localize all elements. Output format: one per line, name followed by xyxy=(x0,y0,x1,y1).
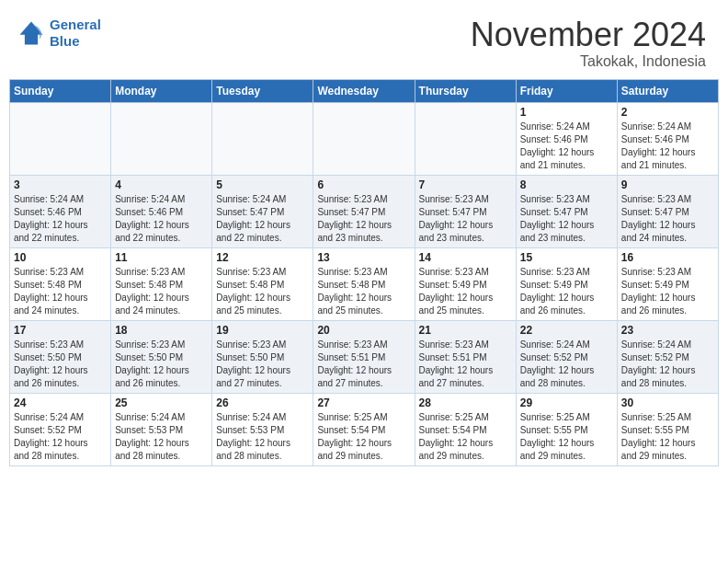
day-info: Sunrise: 5:23 AMSunset: 5:47 PMDaylight:… xyxy=(520,193,613,245)
day-info: Sunrise: 5:24 AMSunset: 5:52 PMDaylight:… xyxy=(520,339,613,390)
day-number: 21 xyxy=(419,324,512,337)
day-number: 5 xyxy=(216,178,309,191)
logo: General Blue xyxy=(17,17,101,50)
table-row: 30Sunrise: 5:25 AMSunset: 5:55 PMDayligh… xyxy=(617,393,718,465)
day-info: Sunrise: 5:23 AMSunset: 5:51 PMDaylight:… xyxy=(419,339,512,390)
table-row: 12Sunrise: 5:23 AMSunset: 5:48 PMDayligh… xyxy=(212,247,313,320)
table-row: 29Sunrise: 5:25 AMSunset: 5:55 PMDayligh… xyxy=(516,393,617,465)
day-info: Sunrise: 5:24 AMSunset: 5:53 PMDaylight:… xyxy=(216,411,309,463)
table-row: 27Sunrise: 5:25 AMSunset: 5:54 PMDayligh… xyxy=(313,393,415,465)
day-number: 18 xyxy=(115,324,208,337)
table-row: 9Sunrise: 5:23 AMSunset: 5:47 PMDaylight… xyxy=(617,175,718,247)
table-row: 23Sunrise: 5:24 AMSunset: 5:52 PMDayligh… xyxy=(617,320,718,393)
day-info: Sunrise: 5:25 AMSunset: 5:54 PMDaylight:… xyxy=(317,411,410,463)
day-info: Sunrise: 5:23 AMSunset: 5:50 PMDaylight:… xyxy=(216,339,309,390)
day-number: 30 xyxy=(621,396,714,409)
day-info: Sunrise: 5:23 AMSunset: 5:48 PMDaylight:… xyxy=(14,266,107,317)
day-number: 10 xyxy=(14,251,107,264)
day-info: Sunrise: 5:23 AMSunset: 5:47 PMDaylight:… xyxy=(317,193,410,245)
table-row: 26Sunrise: 5:24 AMSunset: 5:53 PMDayligh… xyxy=(212,393,313,465)
day-info: Sunrise: 5:24 AMSunset: 5:46 PMDaylight:… xyxy=(520,121,613,172)
day-number: 26 xyxy=(216,396,309,409)
day-info: Sunrise: 5:23 AMSunset: 5:49 PMDaylight:… xyxy=(621,266,714,317)
table-row: 10Sunrise: 5:23 AMSunset: 5:48 PMDayligh… xyxy=(10,247,111,320)
table-row xyxy=(10,102,111,175)
calendar-week-row: 3Sunrise: 5:24 AMSunset: 5:46 PMDaylight… xyxy=(10,175,719,247)
table-row: 7Sunrise: 5:23 AMSunset: 5:47 PMDaylight… xyxy=(415,175,516,247)
table-row: 28Sunrise: 5:25 AMSunset: 5:54 PMDayligh… xyxy=(415,393,516,465)
table-row: 18Sunrise: 5:23 AMSunset: 5:50 PMDayligh… xyxy=(111,320,212,393)
day-number: 4 xyxy=(115,178,208,191)
day-number: 13 xyxy=(317,251,410,264)
table-row: 19Sunrise: 5:23 AMSunset: 5:50 PMDayligh… xyxy=(212,320,313,393)
title-block: November 2024 Takokak, Indonesia xyxy=(471,17,706,70)
day-number: 25 xyxy=(115,396,208,409)
day-number: 9 xyxy=(621,178,714,191)
page: General Blue November 2024 Takokak, Indo… xyxy=(0,0,728,563)
day-info: Sunrise: 5:23 AMSunset: 5:47 PMDaylight:… xyxy=(621,193,714,245)
col-thursday: Thursday xyxy=(415,79,516,102)
day-info: Sunrise: 5:24 AMSunset: 5:52 PMDaylight:… xyxy=(14,411,107,463)
logo-general: General xyxy=(50,17,101,32)
day-info: Sunrise: 5:23 AMSunset: 5:51 PMDaylight:… xyxy=(317,339,410,390)
day-info: Sunrise: 5:24 AMSunset: 5:46 PMDaylight:… xyxy=(14,193,107,245)
day-number: 24 xyxy=(14,396,107,409)
day-number: 27 xyxy=(317,396,410,409)
day-info: Sunrise: 5:24 AMSunset: 5:53 PMDaylight:… xyxy=(115,411,208,463)
day-info: Sunrise: 5:23 AMSunset: 5:50 PMDaylight:… xyxy=(14,339,107,390)
table-row: 11Sunrise: 5:23 AMSunset: 5:48 PMDayligh… xyxy=(111,247,212,320)
table-row: 6Sunrise: 5:23 AMSunset: 5:47 PMDaylight… xyxy=(313,175,415,247)
day-number: 1 xyxy=(520,106,613,119)
header: General Blue November 2024 Takokak, Indo… xyxy=(0,0,728,79)
day-number: 20 xyxy=(317,324,410,337)
day-info: Sunrise: 5:25 AMSunset: 5:54 PMDaylight:… xyxy=(419,411,512,463)
col-monday: Monday xyxy=(111,79,212,102)
day-info: Sunrise: 5:23 AMSunset: 5:49 PMDaylight:… xyxy=(520,266,613,317)
day-number: 17 xyxy=(14,324,107,337)
location: Takokak, Indonesia xyxy=(471,53,706,70)
table-row: 13Sunrise: 5:23 AMSunset: 5:48 PMDayligh… xyxy=(313,247,415,320)
table-row: 8Sunrise: 5:23 AMSunset: 5:47 PMDaylight… xyxy=(516,175,617,247)
day-number: 15 xyxy=(520,251,613,264)
table-row: 5Sunrise: 5:24 AMSunset: 5:47 PMDaylight… xyxy=(212,175,313,247)
table-row xyxy=(313,102,415,175)
table-row: 20Sunrise: 5:23 AMSunset: 5:51 PMDayligh… xyxy=(313,320,415,393)
table-row xyxy=(212,102,313,175)
day-number: 29 xyxy=(520,396,613,409)
day-number: 3 xyxy=(14,178,107,191)
col-saturday: Saturday xyxy=(617,79,718,102)
table-row xyxy=(111,102,212,175)
table-row: 1Sunrise: 5:24 AMSunset: 5:46 PMDaylight… xyxy=(516,102,617,175)
day-info: Sunrise: 5:23 AMSunset: 5:48 PMDaylight:… xyxy=(216,266,309,317)
day-number: 8 xyxy=(520,178,613,191)
calendar-week-row: 24Sunrise: 5:24 AMSunset: 5:52 PMDayligh… xyxy=(10,393,719,465)
table-row: 14Sunrise: 5:23 AMSunset: 5:49 PMDayligh… xyxy=(415,247,516,320)
table-row: 17Sunrise: 5:23 AMSunset: 5:50 PMDayligh… xyxy=(10,320,111,393)
table-row: 16Sunrise: 5:23 AMSunset: 5:49 PMDayligh… xyxy=(617,247,718,320)
table-row: 2Sunrise: 5:24 AMSunset: 5:46 PMDaylight… xyxy=(617,102,718,175)
col-friday: Friday xyxy=(516,79,617,102)
table-row: 21Sunrise: 5:23 AMSunset: 5:51 PMDayligh… xyxy=(415,320,516,393)
day-number: 2 xyxy=(621,106,714,119)
day-number: 23 xyxy=(621,324,714,337)
day-info: Sunrise: 5:23 AMSunset: 5:49 PMDaylight:… xyxy=(419,266,512,317)
day-info: Sunrise: 5:25 AMSunset: 5:55 PMDaylight:… xyxy=(621,411,714,463)
day-number: 12 xyxy=(216,251,309,264)
col-sunday: Sunday xyxy=(10,79,111,102)
table-row: 3Sunrise: 5:24 AMSunset: 5:46 PMDaylight… xyxy=(10,175,111,247)
logo-icon xyxy=(17,18,46,48)
day-number: 7 xyxy=(419,178,512,191)
calendar-header-row: Sunday Monday Tuesday Wednesday Thursday… xyxy=(10,79,719,102)
table-row: 24Sunrise: 5:24 AMSunset: 5:52 PMDayligh… xyxy=(10,393,111,465)
calendar-week-row: 10Sunrise: 5:23 AMSunset: 5:48 PMDayligh… xyxy=(10,247,719,320)
svg-marker-0 xyxy=(20,22,43,45)
day-info: Sunrise: 5:23 AMSunset: 5:48 PMDaylight:… xyxy=(317,266,410,317)
day-number: 19 xyxy=(216,324,309,337)
day-info: Sunrise: 5:24 AMSunset: 5:47 PMDaylight:… xyxy=(216,193,309,245)
table-row: 22Sunrise: 5:24 AMSunset: 5:52 PMDayligh… xyxy=(516,320,617,393)
table-row xyxy=(415,102,516,175)
month-title: November 2024 xyxy=(471,17,706,53)
table-row: 15Sunrise: 5:23 AMSunset: 5:49 PMDayligh… xyxy=(516,247,617,320)
day-info: Sunrise: 5:24 AMSunset: 5:46 PMDaylight:… xyxy=(115,193,208,245)
calendar-week-row: 1Sunrise: 5:24 AMSunset: 5:46 PMDaylight… xyxy=(10,102,719,175)
